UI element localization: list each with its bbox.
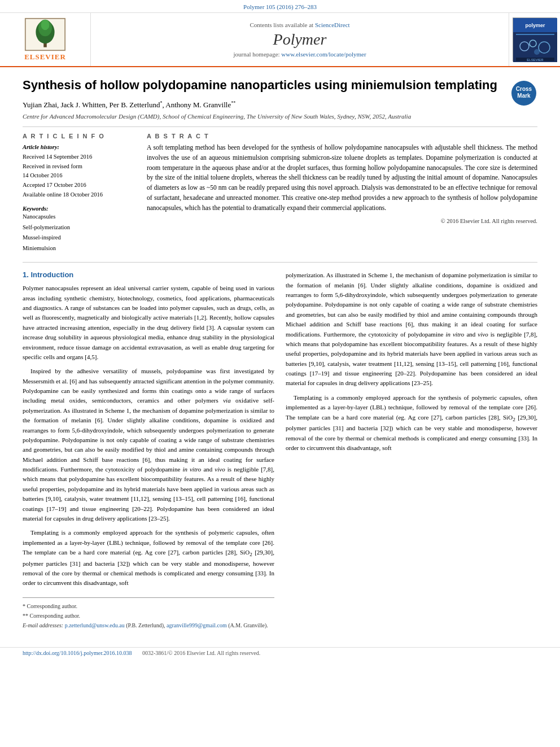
- homepage-label: journal homepage:: [233, 51, 279, 58]
- crossmark-badge[interactable]: Cross Mark: [510, 80, 537, 109]
- copyright-line: © 2016 Elsevier Ltd. All rights reserved…: [147, 218, 537, 224]
- abstract-label: A B S T R A C T: [147, 133, 537, 139]
- body-section: 1. Introduction Polymer nanocapsules rep…: [23, 270, 537, 630]
- footnote-star1: * Corresponding author.: [23, 601, 274, 611]
- article-info-label: A R T I C L E I N F O: [23, 133, 135, 139]
- info-abstract-section: A R T I C L E I N F O Article history: R…: [23, 133, 537, 254]
- issn-text: 0032-3861/© 2016 Elsevier Ltd. All right…: [142, 650, 260, 656]
- intro-para-3: Templating is a commonly employed approa…: [23, 528, 274, 588]
- abstract-column: A B S T R A C T A soft templating method…: [147, 133, 537, 254]
- svg-text:polymer: polymer: [525, 23, 545, 28]
- authors-line: Yujian Zhai, Jack J. Whitten, Per B. Zet…: [23, 101, 537, 110]
- article-info-column: A R T I C L E I N F O Article history: R…: [23, 133, 135, 254]
- history-label: Article history:: [23, 144, 59, 150]
- journal-cover-area: polymer ELSEVIER: [509, 13, 560, 66]
- svg-point-8: [36, 31, 38, 33]
- svg-text:Cross: Cross: [516, 86, 532, 92]
- keywords-label: Keywords:: [23, 206, 135, 212]
- intro-heading: 1. Introduction: [23, 270, 274, 279]
- footnote-email: E-mail addresses: p.zetterlund@unsw.edu.…: [23, 621, 274, 630]
- intro-para-2: Inspired by the adhesive versatility of …: [23, 366, 274, 523]
- journal-info-center: Contents lists available at ScienceDirec…: [90, 13, 509, 66]
- svg-text:Mark: Mark: [517, 93, 531, 99]
- accepted-date: Accepted 17 October 2016: [23, 181, 135, 190]
- footnotes: * Corresponding author. ** Corresponding…: [23, 597, 274, 630]
- doi-link[interactable]: http://dx.doi.org/10.1016/j.polymer.2016…: [23, 650, 132, 656]
- authors-text: Yujian Zhai, Jack J. Whitten, Per B. Zet…: [23, 101, 235, 109]
- journal-cover-image: polymer ELSEVIER: [513, 18, 557, 62]
- journal-reference-bar: Polymer 105 (2016) 276–283: [0, 0, 560, 13]
- svg-point-9: [52, 30, 54, 32]
- intro-para-1: Polymer nanocapsules represent an ideal …: [23, 283, 274, 362]
- svg-text:ELSEVIER: ELSEVIER: [527, 58, 544, 62]
- elsevier-tree-icon: [23, 18, 68, 51]
- keyword-3: Mussel-inspired: [23, 233, 135, 243]
- keyword-4: Miniemulsion: [23, 243, 135, 254]
- received-date: Received 14 September 2016: [23, 152, 135, 162]
- elsevier-logo-area: ELSEVIER: [0, 13, 90, 66]
- abstract-text: A soft templating method has been develo…: [147, 143, 537, 213]
- svg-rect-13: [516, 34, 554, 35]
- article-title: Synthesis of hollow polydopamine nanopar…: [23, 77, 537, 94]
- right-col-body-text: polymerization. As illustrated in Scheme…: [286, 270, 537, 453]
- article-content: Cross Mark Synthesis of hollow polydopam…: [0, 67, 560, 641]
- keyword-1: Nanocapsules: [23, 212, 135, 222]
- body-right-col: polymerization. As illustrated in Scheme…: [286, 270, 537, 630]
- svg-point-6: [37, 34, 41, 38]
- received-revised-date: 14 October 2016: [23, 171, 135, 181]
- right-para-1: polymerization. As illustrated in Scheme…: [286, 270, 537, 388]
- footnote-email-text: E-mail addresses: p.zetterlund@unsw.edu.…: [23, 622, 268, 628]
- right-para-2: Templating is a commonly employed approa…: [286, 393, 537, 453]
- svg-point-5: [41, 20, 50, 30]
- keywords-list: Nanocapsules Self-polymerization Mussel-…: [23, 212, 135, 255]
- svg-point-17: [534, 49, 540, 55]
- body-left-col: 1. Introduction Polymer nanocapsules rep…: [23, 270, 274, 630]
- available-online: Available online 18 October 2016: [23, 190, 135, 200]
- journal-title: Polymer: [273, 30, 327, 49]
- keyword-2: Self-polymerization: [23, 222, 135, 233]
- sciencedirect-link[interactable]: ScienceDirect: [315, 21, 350, 28]
- journal-reference-text: Polymer 105 (2016) 276–283: [243, 3, 317, 10]
- header-divider: [23, 126, 537, 127]
- svg-point-7: [50, 33, 53, 37]
- elsevier-brand-text: ELSEVIER: [24, 53, 66, 62]
- affiliation-text: Centre for Advanced Macromolecular Desig…: [23, 113, 537, 120]
- body-divider: [23, 262, 537, 263]
- homepage-link[interactable]: www.elsevier.com/locate/polymer: [281, 51, 366, 58]
- intro-body-text: Polymer nanocapsules represent an ideal …: [23, 283, 274, 588]
- article-history: Article history: Received 14 September 2…: [23, 143, 135, 200]
- sciencedirect-line: Contents lists available at ScienceDirec…: [250, 21, 349, 28]
- received-revised-label: Received in revised form: [23, 162, 135, 172]
- homepage-line: journal homepage: www.elsevier.com/locat…: [233, 51, 366, 58]
- email-link-2[interactable]: agranville999@gmail.com: [167, 622, 227, 628]
- journal-header: ELSEVIER Contents lists available at Sci…: [0, 13, 560, 67]
- footnote-star2: ** Corresponding author.: [23, 611, 274, 621]
- elsevier-logo: ELSEVIER: [23, 18, 68, 62]
- keywords-section: Keywords: Nanocapsules Self-polymerizati…: [23, 206, 135, 255]
- email-link-1[interactable]: p.zetterlund@unsw.edu.au: [65, 622, 125, 628]
- contents-label: Contents lists available at: [250, 21, 313, 28]
- bottom-bar: http://dx.doi.org/10.1016/j.polymer.2016…: [0, 647, 560, 658]
